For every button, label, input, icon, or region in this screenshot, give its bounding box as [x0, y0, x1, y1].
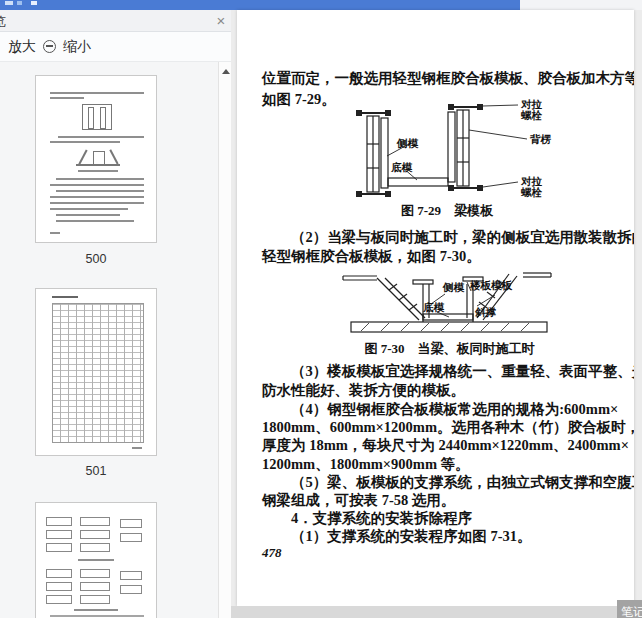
text-line: （4）钢型钢框胶合板模板常选用的规格为:600mm× [291, 400, 618, 419]
close-icon[interactable]: × [212, 12, 230, 30]
text-line: 防水性能好、装拆方便的模板。 [262, 381, 465, 400]
window-titlebar [0, 0, 520, 10]
figure-label-bolt-top: 对拉螺栓 [521, 99, 545, 121]
figure-label-bolt-bottom: 对拉螺栓 [521, 176, 545, 198]
figure-label-side: 侧模 [443, 282, 464, 293]
figure-label-brace: 斜撑 [475, 307, 496, 318]
text-line: 1200mm、1800mm×900mm 等。 [262, 455, 470, 474]
thumbnail-preview-flowbox [120, 585, 142, 594]
thumbnail-preview-flowbox [46, 569, 72, 578]
thumbnail-preview-flowbox [120, 533, 142, 542]
thumbnail-preview-table [52, 303, 144, 443]
thumbnail-preview-line [50, 232, 60, 234]
thumbnail-preview-line [50, 141, 120, 143]
thumbnail-preview-flowbox [46, 582, 72, 591]
thumbnail-preview-flowbox [120, 519, 142, 528]
thumbnail-preview-flowbox [80, 543, 110, 552]
thumbnail-preview-flowbox [46, 595, 72, 604]
thumbnail-preview-flowbox [80, 530, 110, 539]
thumbnail-preview-line [78, 559, 114, 561]
titlebar-fragment [17, 1, 22, 5]
zoom-out-icon[interactable] [43, 40, 56, 53]
text-line: （3）楼板模板宜选择规格统一、重量轻、表面平整、光洁、 [291, 362, 634, 381]
thumbnail-preview-line [50, 208, 128, 210]
thumbnail-preview-flowbox [46, 517, 72, 526]
thumbnail-preview-flowbox [80, 595, 110, 604]
thumbnail-preview-figure [82, 104, 112, 130]
thumbnail-preview-figure [76, 148, 120, 166]
preview-panel-header: 览 × [0, 10, 231, 32]
text-line: （1）支撑系统的安装程序如图 7-31。 [291, 527, 531, 546]
thumbnail-preview-line [50, 97, 84, 99]
zoom-toolbar: 放大 缩小 [0, 32, 231, 62]
text-line: 钢梁组成，可按表 7-58 选用。 [262, 491, 455, 510]
thumbnail-preview-line [56, 220, 134, 222]
titlebar-fragment [5, 1, 13, 5]
thumbnail-preview-line [50, 202, 144, 204]
scroll-up-icon[interactable] [222, 69, 230, 74]
thumbnail-preview-line [74, 609, 118, 611]
text-line: 位置而定，一般选用轻型钢框胶合板模板、胶合板加木方等。 [262, 69, 634, 88]
document-viewport: 位置而定，一般选用轻型钢框胶合板模板、胶合板加木方等。 如图 7-29。 [231, 10, 642, 618]
thumbnail-preview-flowbox [80, 517, 110, 526]
text-line: （2）当梁与板同时施工时，梁的侧板宜选用散装散拆的 [291, 228, 634, 247]
figure-label-back: 背楞 [530, 134, 551, 145]
thumbnail-preview-line [58, 136, 144, 138]
thumbnail-preview-line [52, 296, 78, 298]
thumbnail-preview-line [78, 170, 118, 172]
thumbnail-preview-line [56, 178, 144, 180]
figure-7-30-drawing [337, 270, 565, 338]
zoom-in-button[interactable]: 放大 [8, 38, 36, 56]
figure-label-slab: 楼板模板 [470, 280, 512, 291]
text-line: （5）梁、板模板的支撑系统，由独立式钢支撑和空腹工字 [291, 473, 634, 492]
text-line: 4．支撑系统的安装拆除程序 [291, 509, 472, 528]
thumbnail-preview-flowbox [46, 543, 72, 552]
sidebar-scrollbar[interactable] [218, 62, 231, 618]
titlebar-empty [520, 0, 642, 10]
thumbnail-preview-line [50, 184, 144, 186]
note-button[interactable]: 笔记 [617, 600, 642, 618]
thumbnail-preview-line [132, 447, 142, 449]
thumbnail-preview-line [50, 615, 144, 617]
figure-7-29: 对拉螺栓 背楞 侧模 底模 对拉螺栓 [337, 102, 562, 202]
zoom-out-button[interactable]: 缩小 [63, 38, 91, 56]
thumbnail-label: 501 [35, 464, 157, 478]
text-line: 轻型钢框胶合板模板，如图 7-30。 [262, 247, 481, 266]
figure-7-29-caption: 图 7-29 梁模板 [332, 202, 562, 220]
thumbnail-preview-flowbox [46, 530, 72, 539]
titlebar-fragment [31, 1, 37, 5]
thumbnail-sidebar: 500 501 [0, 62, 218, 618]
text-line: 1800mm、600mm×1200mm。选用各种木（竹）胶合板时，其 [262, 418, 634, 437]
thumbnail-preview-line [56, 214, 120, 216]
text-line: 如图 7-29。 [262, 90, 336, 109]
thumbnail-preview-line [50, 196, 144, 198]
page-number: 478 [262, 545, 282, 561]
thumbnail-preview-flowbox [120, 571, 142, 580]
thumbnail-page-501[interactable] [35, 288, 157, 456]
thumbnail-label: 500 [35, 252, 157, 266]
thumbnail-preview-line [50, 92, 144, 94]
thumbnail-page-500[interactable] [35, 75, 157, 243]
figure-7-30: 侧模 楼板模板 底模 斜撑 [337, 270, 565, 338]
thumbnail-page-next[interactable] [35, 502, 157, 618]
thumbnail-preview-line [56, 190, 144, 192]
thumbnail-preview-flowbox [80, 582, 110, 591]
bottom-strip [231, 606, 642, 618]
thumbnail-preview-flowbox [80, 569, 110, 578]
text-line: 厚度为 18mm，每块尺寸为 2440mm×1220mm、2400mm× [262, 436, 629, 455]
figure-7-30-caption: 图 7-30 当梁、板同时施工时 [332, 340, 567, 358]
figure-label-bottom: 底模 [423, 302, 444, 313]
panel-title: 览 [0, 13, 6, 31]
document-page: 位置而定，一般选用轻型钢框胶合板模板、胶合板加木方等。 如图 7-29。 [237, 10, 634, 606]
figure-label-side: 侧模 [397, 138, 418, 149]
figure-label-bottom: 底模 [391, 162, 412, 173]
